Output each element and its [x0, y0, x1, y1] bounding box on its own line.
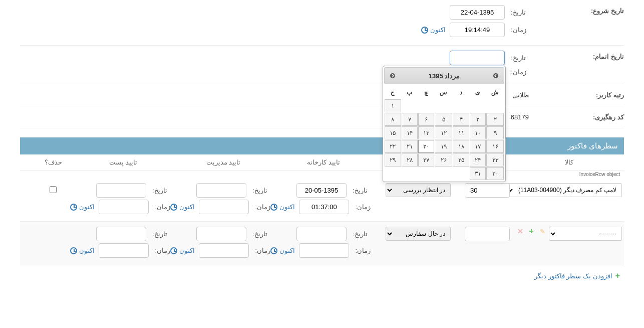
datepicker-day[interactable]: ۲۴ — [470, 153, 486, 167]
datepicker-day[interactable]: ۳۱ — [470, 167, 486, 180]
pencil-icon[interactable]: ✎ — [538, 227, 547, 236]
datepicker-next[interactable] — [491, 71, 501, 81]
datepicker-day[interactable]: ۲۲ — [385, 140, 401, 153]
clock-icon — [270, 204, 277, 211]
date-sublabel: تاریخ: — [150, 230, 170, 238]
status-select[interactable]: در انتظار بررسی — [386, 183, 451, 197]
datepicker-popup[interactable]: مرداد 1395 شیدسچپج ۱۲۳۴۵۶۷۸۹۱۰۱۱۱۲۱۳۱۴۱۵… — [383, 66, 506, 182]
start-date-label: تاریخ شروع: — [529, 2, 624, 20]
time-sublabel: زمان: — [353, 203, 371, 211]
date-sublabel: تاریخ: — [250, 187, 270, 194]
start-date-input[interactable] — [450, 5, 505, 20]
datepicker-day[interactable]: ۹ — [486, 126, 504, 139]
datepicker-day[interactable]: ۲۷ — [418, 153, 434, 167]
post-date-input[interactable] — [96, 227, 146, 241]
delete-checkbox[interactable] — [50, 186, 57, 193]
post-time-input[interactable] — [99, 243, 149, 258]
datepicker-day[interactable]: ۸ — [385, 113, 401, 126]
col-karkhane: تایید کارخانه — [273, 158, 374, 166]
time-sublabel: زمان: — [509, 68, 529, 76]
clock-icon — [270, 247, 277, 254]
post-time-input[interactable] — [99, 200, 149, 214]
clock-icon — [70, 204, 77, 211]
datepicker-day[interactable]: ۵ — [435, 113, 452, 126]
datepicker-day[interactable]: ۱۷ — [470, 140, 486, 153]
clock-icon — [170, 204, 177, 211]
clock-icon — [421, 27, 428, 34]
now-link[interactable]: اکنون — [170, 203, 195, 211]
now-link[interactable]: اکنون — [170, 247, 195, 254]
status-select[interactable]: در حال سفارش — [386, 227, 451, 241]
datepicker-grid: شیدسچپج ۱۲۳۴۵۶۷۸۹۱۰۱۱۱۲۱۳۱۴۱۵۱۶۱۷۱۸۱۹۲۰۲… — [384, 85, 504, 181]
factory-time-input[interactable] — [299, 200, 349, 214]
invoice-row: ---------✎+✕در حال سفارشتاریخ:زمان:اکنون… — [20, 222, 624, 265]
now-link[interactable]: اکنون — [70, 247, 95, 254]
datepicker-title: مرداد 1395 — [429, 72, 460, 80]
management-time-input[interactable] — [199, 200, 249, 214]
datepicker-day[interactable]: ۲۵ — [453, 153, 469, 167]
datepicker-day[interactable]: ۱۱ — [453, 126, 469, 139]
clock-icon — [70, 247, 77, 254]
quantity-input[interactable] — [465, 183, 510, 198]
datepicker-day[interactable]: ۱۴ — [402, 126, 418, 139]
plus-icon[interactable]: + — [527, 227, 536, 236]
datepicker-day[interactable]: ۲۸ — [402, 153, 418, 167]
datepicker-day[interactable]: ۴ — [453, 113, 469, 126]
start-time-input[interactable] — [450, 23, 505, 37]
datepicker-day[interactable]: ۱۰ — [470, 126, 486, 139]
datepicker-day[interactable]: ۳۰ — [486, 167, 504, 180]
time-sublabel: زمان: — [509, 26, 529, 34]
weekday-header: ش — [486, 86, 504, 99]
datepicker-day[interactable]: ۱۵ — [385, 126, 401, 139]
date-sublabel: تاریخ: — [509, 9, 529, 16]
svg-point-1 — [390, 73, 395, 78]
now-link[interactable]: اکنون — [270, 203, 295, 211]
product-select[interactable]: لامپ کم مصرف دیگر (11A03-004900) — [506, 183, 622, 197]
quantity-input[interactable] — [465, 227, 510, 241]
datepicker-day[interactable]: ۱۸ — [453, 140, 469, 153]
management-date-input[interactable] — [196, 183, 246, 198]
datepicker-day[interactable]: ۱۹ — [435, 140, 452, 153]
datepicker-day[interactable]: ۲۶ — [435, 153, 452, 167]
weekday-header: ی — [470, 86, 486, 99]
weekday-header: د — [453, 86, 469, 99]
datepicker-day[interactable]: ۲۰ — [418, 140, 434, 153]
now-link[interactable]: اکنون — [70, 203, 95, 211]
datepicker-day[interactable]: ۱۶ — [486, 140, 504, 153]
product-select[interactable]: --------- — [549, 227, 622, 241]
datepicker-day[interactable]: ۳ — [470, 113, 486, 126]
post-date-input[interactable] — [96, 183, 146, 198]
time-sublabel: زمان: — [253, 247, 270, 254]
user-rank-label: رتبه کاربر: — [529, 86, 624, 104]
datepicker-day[interactable]: ۱۲ — [435, 126, 452, 139]
datepicker-day[interactable]: ۷ — [402, 113, 418, 126]
weekday-header: پ — [402, 86, 418, 99]
datepicker-day[interactable]: ۲۱ — [402, 140, 418, 153]
datepicker-day[interactable]: ۱۳ — [418, 126, 434, 139]
datepicker-day[interactable]: ۶ — [418, 113, 434, 126]
datepicker-day[interactable]: ۲ — [486, 113, 504, 126]
end-date-input[interactable] — [450, 51, 505, 65]
datepicker-day[interactable]: ۱ — [385, 99, 401, 112]
factory-date-input[interactable] — [296, 227, 347, 241]
time-sublabel: زمان: — [153, 203, 170, 211]
datepicker-day[interactable]: ۲۹ — [385, 153, 401, 167]
now-link[interactable]: اکنون — [421, 26, 446, 34]
add-row-link[interactable]: + افزودن یک سطر فاکتور دیگر — [20, 265, 624, 286]
col-post: تایید پست — [73, 158, 173, 166]
management-time-input[interactable] — [199, 243, 249, 258]
clock-icon — [170, 247, 177, 254]
factory-date-input[interactable] — [296, 183, 347, 198]
invoice-rows-header: سطرهای فاکتور — [20, 137, 624, 154]
datepicker-day[interactable]: ۲۳ — [486, 153, 504, 167]
now-link[interactable]: اکنون — [270, 247, 295, 254]
factory-time-input[interactable] — [299, 243, 349, 258]
management-date-input[interactable] — [196, 227, 246, 241]
date-sublabel: تاریخ: — [509, 54, 529, 62]
x-icon[interactable]: ✕ — [516, 227, 525, 236]
datepicker-prev[interactable] — [388, 71, 398, 81]
date-sublabel: تاریخ: — [351, 187, 371, 194]
date-sublabel: تاریخ: — [150, 187, 170, 194]
weekday-header: چ — [418, 86, 434, 99]
col-kala: کالا — [514, 158, 624, 166]
